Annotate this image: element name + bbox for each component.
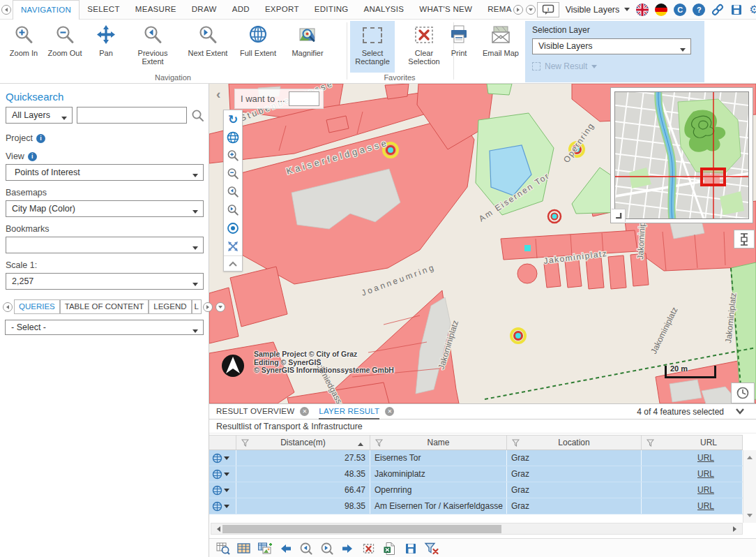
save-session-icon[interactable] xyxy=(730,3,743,16)
scroll-right-icon[interactable] xyxy=(733,526,739,532)
menu-tab-whats-new[interactable]: WHAT'S NEW xyxy=(411,0,480,19)
menu-tab-rema[interactable]: REMA xyxy=(480,0,511,19)
tabs-scroll-right-icon[interactable] xyxy=(203,302,213,312)
refresh-map-button[interactable]: ↻ xyxy=(224,110,242,128)
i-want-to-widget[interactable]: I want to ... xyxy=(234,89,324,109)
tab-layer-result[interactable]: LAYER RESULT xyxy=(319,404,379,419)
url-link[interactable]: URL xyxy=(697,501,714,511)
help-button[interactable]: ? xyxy=(693,3,705,16)
url-link[interactable]: URL xyxy=(697,453,714,463)
collapse-results-icon[interactable] xyxy=(729,407,750,417)
search-scope-dropdown[interactable]: All Layers xyxy=(6,107,73,124)
select-rectangle-button[interactable]: Select Rectangle xyxy=(350,21,395,73)
pan-button[interactable]: Pan xyxy=(89,21,123,80)
menu-tab-add[interactable]: ADD xyxy=(225,0,257,19)
zoom-previous-button[interactable] xyxy=(298,541,314,556)
table-row[interactable]: 66.47 Opernring Graz URL xyxy=(209,482,743,498)
save-results-button[interactable] xyxy=(403,541,418,556)
query-select-dropdown[interactable]: - Select - xyxy=(5,320,204,335)
basemaps-dropdown[interactable]: City Map (Color) xyxy=(6,200,204,217)
url-link[interactable]: URL xyxy=(697,469,714,479)
menu-scroll-left-icon[interactable] xyxy=(1,5,11,15)
pan-left-button[interactable] xyxy=(278,541,293,556)
menu-tab-select[interactable]: SELECT xyxy=(80,0,128,19)
new-result-button[interactable]: New Result xyxy=(532,61,597,71)
filter-icon[interactable] xyxy=(647,439,654,447)
full-extent-button[interactable]: Full Extent xyxy=(236,21,280,80)
collapse-sidebar-icon[interactable]: ‹ xyxy=(216,87,220,102)
language-german-icon[interactable] xyxy=(655,3,667,16)
filter-icon[interactable] xyxy=(241,439,249,447)
feature-actions[interactable] xyxy=(209,482,236,498)
menu-tab-measure[interactable]: MEASURE xyxy=(128,0,184,19)
next-extent-button-map[interactable] xyxy=(224,201,242,219)
feature-actions[interactable] xyxy=(209,498,236,514)
scroll-down-icon[interactable] xyxy=(747,514,753,520)
tabs-scroll-left-icon[interactable] xyxy=(3,302,13,312)
zoom-in-button-map[interactable] xyxy=(224,147,242,165)
previous-extent-button-map[interactable] xyxy=(224,183,242,201)
zoom-out-button[interactable]: Zoom Out xyxy=(43,21,86,80)
quicksearch-input[interactable] xyxy=(77,107,187,124)
open-table-button[interactable] xyxy=(215,541,230,556)
show-table-button[interactable] xyxy=(236,541,251,556)
full-extent-button-map[interactable] xyxy=(224,128,242,147)
copyright-button[interactable]: C xyxy=(674,3,686,16)
scroll-up-icon[interactable] xyxy=(747,453,753,459)
clear-filter-button[interactable] xyxy=(424,541,439,556)
print-button[interactable]: Print xyxy=(442,21,476,80)
previous-extent-button[interactable]: Previous Extent xyxy=(126,21,180,80)
overview-map[interactable] xyxy=(610,87,753,223)
export-excel-button[interactable] xyxy=(382,541,398,556)
column-header-distance[interactable]: Distance(m) xyxy=(236,436,370,450)
collapse-toolbar-button[interactable] xyxy=(224,255,242,271)
view-info-icon[interactable] xyxy=(28,152,37,161)
remove-selection-button[interactable] xyxy=(361,541,377,556)
table-row[interactable]: 27.53 Eisernes Tor Graz URL xyxy=(209,450,743,466)
tab-result-overview[interactable]: RESULT OVERVIEW xyxy=(216,404,294,419)
tab-legend[interactable]: LEGEND xyxy=(149,299,191,314)
settings-menu[interactable]: ⚙ xyxy=(749,3,756,16)
menu-tab-navigation[interactable]: NAVIGATION xyxy=(13,0,80,20)
tooltip-bubble-button[interactable]: i xyxy=(537,2,559,17)
tab-table-of-content[interactable]: TABLE OF CONTENT xyxy=(60,299,149,314)
swipe-tool-button[interactable] xyxy=(734,230,755,248)
zoom-in-button[interactable]: Zoom In xyxy=(6,21,42,80)
close-layer-result-icon[interactable]: ✕ xyxy=(385,407,394,416)
fullscreen-button[interactable] xyxy=(224,237,242,255)
tabs-overflow-icon[interactable] xyxy=(216,302,225,312)
url-link[interactable]: URL xyxy=(697,485,714,495)
filter-icon[interactable] xyxy=(512,439,520,447)
close-result-overview-icon[interactable]: ✕ xyxy=(300,407,309,416)
table-vertical-scrollbar[interactable] xyxy=(743,450,756,523)
tab-truncated[interactable]: L xyxy=(192,299,202,314)
selection-layer-dropdown[interactable]: Visible Layers xyxy=(532,38,691,54)
language-english-icon[interactable] xyxy=(636,3,649,16)
menu-overflow-icon[interactable] xyxy=(526,5,536,15)
overview-collapse-button[interactable] xyxy=(612,209,626,222)
column-header-url[interactable]: URL xyxy=(642,436,743,450)
scroll-left-icon[interactable] xyxy=(214,526,220,532)
visible-layers-menu[interactable]: Visible Layers xyxy=(566,5,630,15)
feature-actions[interactable] xyxy=(209,466,236,482)
menu-tab-draw[interactable]: DRAW xyxy=(184,0,225,19)
zoom-out-button-map[interactable] xyxy=(224,165,242,183)
bookmarks-dropdown[interactable] xyxy=(6,237,204,253)
sort-ascending-icon[interactable] xyxy=(358,440,363,446)
feature-actions[interactable] xyxy=(209,450,236,466)
search-icon[interactable] xyxy=(191,109,204,122)
next-extent-button[interactable]: Next Extent xyxy=(183,21,233,80)
table-row[interactable]: 98.35 Am Eisernen Tor / Kaiserfeldgasse … xyxy=(209,498,743,514)
i-want-to-input[interactable] xyxy=(289,91,319,106)
pan-right-button[interactable] xyxy=(340,541,356,556)
menu-scroll-right-icon[interactable] xyxy=(513,5,523,15)
zoom-next-button[interactable] xyxy=(319,541,335,556)
default-tool-button[interactable] xyxy=(224,219,242,237)
menu-tab-editing[interactable]: EDITING xyxy=(307,0,356,19)
menu-tab-analysis[interactable]: ANALYSIS xyxy=(356,0,412,19)
scrollbar-thumb[interactable] xyxy=(222,525,501,533)
filter-icon[interactable] xyxy=(375,439,383,447)
view-dropdown[interactable]: Points of Interest xyxy=(6,164,204,181)
share-link-icon[interactable] xyxy=(711,3,724,16)
export-report-button[interactable] xyxy=(257,541,272,556)
